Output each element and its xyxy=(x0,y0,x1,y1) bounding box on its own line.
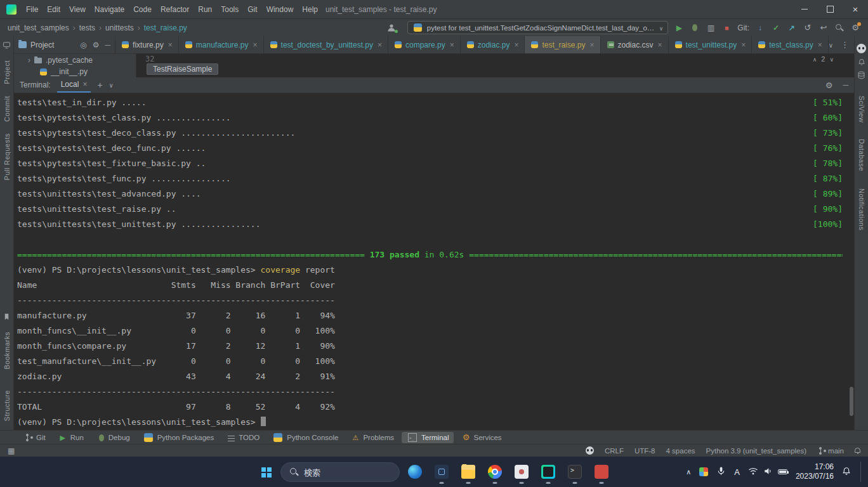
microphone-icon[interactable] xyxy=(716,466,726,477)
close-button[interactable] xyxy=(843,0,868,18)
taskbar-app[interactable] xyxy=(461,464,476,479)
editor-viewport[interactable]: 32 TestRaiseSample 2 xyxy=(136,54,854,77)
tab-close-icon[interactable] xyxy=(252,41,258,49)
toolbar-action-button[interactable] xyxy=(755,23,765,33)
toolbar-action-button[interactable] xyxy=(690,23,700,33)
database-icon[interactable] xyxy=(857,71,865,79)
project-panel-title[interactable]: Project xyxy=(30,41,54,49)
taskbar-app[interactable] xyxy=(407,464,423,479)
bookmark-icon[interactable] xyxy=(3,313,10,320)
tab-close-icon[interactable] xyxy=(588,41,594,49)
minimize-icon[interactable] xyxy=(843,81,848,89)
copilot-status-icon[interactable] xyxy=(586,446,594,455)
menu-item[interactable]: View xyxy=(65,0,90,19)
toolbar-action-button[interactable] xyxy=(850,23,860,33)
new-terminal-icon[interactable] xyxy=(97,80,102,90)
status-widget[interactable]: 4 spaces xyxy=(666,447,695,455)
terminal-tab-local[interactable]: Local xyxy=(57,77,91,93)
toolbar-action-button[interactable] xyxy=(674,23,684,33)
tree-item-init-py[interactable]: __init__.py xyxy=(14,66,136,77)
status-widget[interactable]: UTF-8 xyxy=(635,447,655,455)
status-widget[interactable]: main xyxy=(817,446,844,455)
editor-tab[interactable]: test_doctest_by_unittest.py xyxy=(264,36,388,53)
toolwindow-stripe-button[interactable]: Bookmarks xyxy=(3,332,11,370)
clock[interactable]: 17:06 2023/07/16 xyxy=(796,462,834,481)
tab-close-icon[interactable] xyxy=(513,41,518,49)
toolwindow-button[interactable]: Run xyxy=(53,432,89,443)
chevron-down-icon[interactable] xyxy=(109,81,114,89)
tab-close-icon[interactable] xyxy=(817,41,822,49)
toolwindow-button[interactable]: Services xyxy=(456,432,506,443)
network-volume-battery-group[interactable] xyxy=(748,467,787,477)
status-widget[interactable]: Python 3.9 (unit_test_samples) xyxy=(706,447,807,455)
maximize-button[interactable] xyxy=(817,0,843,18)
taskbar-app[interactable] xyxy=(487,464,503,479)
toolwindow-stripe-button[interactable]: Notifications xyxy=(858,188,865,230)
toolbar-action-button[interactable] xyxy=(819,23,829,33)
editor-tab[interactable]: manufacture.py xyxy=(179,36,264,53)
status-widget[interactable]: CRLF xyxy=(605,447,624,455)
menu-item[interactable]: Tools xyxy=(216,0,243,19)
show-desktop-strip[interactable] xyxy=(860,462,863,482)
toolwindow-button[interactable]: Debug xyxy=(91,432,135,443)
locate-file-icon[interactable] xyxy=(80,41,86,49)
toolwindow-stripe-button[interactable]: Structure xyxy=(3,390,11,421)
toolbar-action-button[interactable] xyxy=(706,23,716,33)
user-icon[interactable] xyxy=(386,23,397,33)
editor-tab[interactable]: zodiac.py xyxy=(461,36,525,53)
minimize-button[interactable] xyxy=(792,0,817,18)
tray-expand-icon[interactable] xyxy=(686,467,691,476)
toolwindow-button[interactable]: Python Console xyxy=(267,432,343,443)
tab-close-icon[interactable] xyxy=(740,41,746,49)
tab-close-icon[interactable] xyxy=(449,41,454,49)
taskbar-app[interactable] xyxy=(567,464,582,479)
taskbar-app[interactable] xyxy=(514,464,529,479)
prev-problem-icon[interactable] xyxy=(813,55,817,63)
notification-bell-icon[interactable] xyxy=(842,467,851,477)
toolwindow-stripe-button[interactable]: Database xyxy=(858,139,865,171)
menu-item[interactable]: Code xyxy=(129,0,156,19)
toolwindow-button[interactable]: Terminal xyxy=(402,432,454,443)
tab-close-icon[interactable] xyxy=(376,41,382,49)
monitor-icon[interactable] xyxy=(3,41,11,49)
toolbar-action-button[interactable] xyxy=(771,23,781,33)
toolbar-action-button[interactable] xyxy=(721,23,732,33)
layout-icon[interactable] xyxy=(8,446,15,455)
taskbar-app[interactable] xyxy=(541,464,556,479)
ime-indicator[interactable]: A xyxy=(734,467,740,477)
close-icon[interactable] xyxy=(82,80,87,89)
terminal-scrollbar[interactable] xyxy=(850,387,853,416)
breadcrumb-item[interactable]: tests xyxy=(79,23,95,32)
panel-settings-icon[interactable] xyxy=(93,41,100,49)
toolwindow-stripe-button[interactable]: Project xyxy=(3,60,11,84)
editor-tab[interactable]: test_raise.py xyxy=(525,36,600,53)
next-problem-icon[interactable] xyxy=(829,55,834,63)
menu-item[interactable]: Help xyxy=(298,0,322,19)
editor-tab[interactable]: zodiac.csv xyxy=(601,36,669,53)
toolwindow-button[interactable]: TODO xyxy=(221,432,265,443)
menu-item[interactable]: Window xyxy=(262,0,298,19)
toolbar-action-button[interactable] xyxy=(803,23,813,33)
menu-item[interactable]: Git xyxy=(243,0,261,19)
tray-colored-grid-icon[interactable] xyxy=(699,467,708,476)
toolwindow-stripe-button[interactable]: Pull Requests xyxy=(3,133,11,180)
editor-tab[interactable]: test_class.py xyxy=(752,36,828,53)
toolwindow-button[interactable]: Problems xyxy=(346,432,399,443)
run-configuration-select[interactable]: pytest for test_unittest.TestGetZodiacSi… xyxy=(407,21,669,34)
menu-item[interactable]: Navigate xyxy=(90,0,129,19)
editor-tab[interactable]: compare.py xyxy=(388,36,461,53)
editor-tab[interactable]: test_unittest.py xyxy=(669,36,753,53)
menu-item[interactable]: Refactor xyxy=(156,0,194,19)
inspections-widget[interactable]: 2 xyxy=(813,55,834,63)
copilot-icon[interactable] xyxy=(857,44,866,53)
breadcrumb-item[interactable]: unittests xyxy=(105,23,134,32)
toolbar-action-button[interactable] xyxy=(834,23,845,33)
toolwindow-button[interactable]: Python Packages xyxy=(138,432,220,443)
notifications-icon[interactable] xyxy=(855,448,860,453)
menu-item[interactable]: Run xyxy=(194,0,216,19)
bell-icon[interactable] xyxy=(858,58,865,66)
shell-prompt-line[interactable]: (venv) PS D:\projects\lessons\unit_test_… xyxy=(17,415,843,430)
taskbar-app[interactable] xyxy=(594,464,609,479)
breadcrumb-item[interactable]: unit_test_samples xyxy=(8,23,69,32)
toolwindow-stripe-button[interactable]: SciView xyxy=(858,96,865,122)
